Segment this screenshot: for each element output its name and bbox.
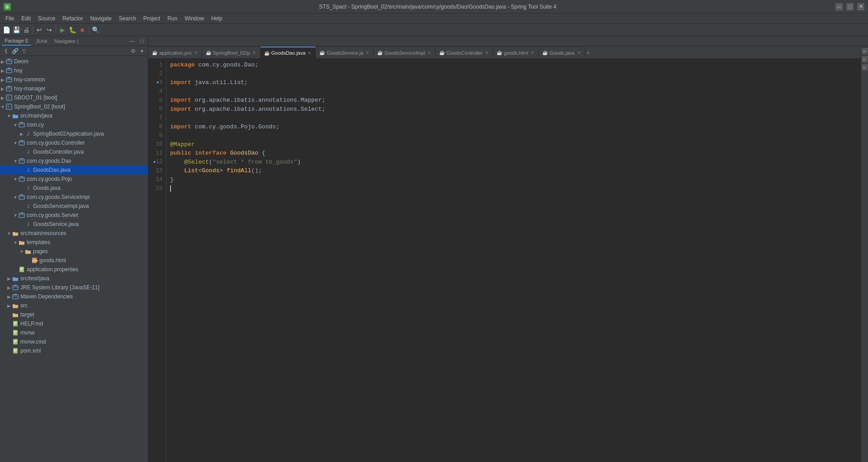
tab-close-button[interactable]: ✕: [484, 50, 489, 55]
editor-tab-tab-goods-html[interactable]: ☕ goods.html ✕: [493, 47, 539, 58]
menu-item-refactor[interactable]: Refactor: [59, 14, 86, 24]
tree-item-dao-pkg[interactable]: ▼ com.cy.goods.Dao: [0, 156, 148, 165]
tree-item-sboot01[interactable]: ▶ S SBOOT_01 [boot]: [0, 93, 148, 102]
sidebar-minimize-button[interactable]: —: [128, 37, 136, 45]
editor-tab-tab-goods-service[interactable]: ☕ GoodsService.ja ✕: [316, 47, 374, 58]
menu-item-search[interactable]: Search: [115, 14, 140, 24]
right-panel-btn-1[interactable]: ▸: [862, 48, 868, 54]
editor-tab-tab-goods-dao[interactable]: ☕ GoodsDao.java ✕: [261, 47, 316, 58]
window-controls[interactable]: ─ □ ✕: [835, 3, 864, 10]
tree-arrow[interactable]: ▼: [13, 195, 18, 200]
toolbar-btn-1[interactable]: 📄: [2, 25, 11, 34]
tree-item-app-properties[interactable]: application.properties: [0, 265, 148, 274]
tree-arrow[interactable]: ▼: [13, 159, 18, 164]
editor-tab-tab-app-pro[interactable]: ☕ application.pro ✕: [148, 47, 202, 58]
editor-tab-tab-goods-java[interactable]: ☕ Goods.java ✕: [539, 47, 585, 58]
stop-button[interactable]: ■: [78, 25, 87, 34]
tab-close-button[interactable]: ✕: [530, 50, 535, 55]
sidebar-viewmenu-button[interactable]: ▾: [138, 47, 146, 55]
tree-arrow[interactable]: ▶: [6, 294, 12, 299]
sidebar-maximize-button[interactable]: □: [138, 37, 146, 45]
tree-item-goods-pojo[interactable]: J Goods.java: [0, 184, 148, 193]
editor-tab-tab-goods-controller[interactable]: ☕ GoodsController ✕: [436, 47, 493, 58]
tree-arrow[interactable]: ▶: [0, 59, 5, 64]
minimize-button[interactable]: ─: [835, 3, 843, 10]
tree-item-servlet-pkg[interactable]: ▼ com.cy.goods.Servlet: [0, 211, 148, 220]
tree-arrow[interactable]: ▼: [19, 249, 24, 254]
tree-item-src-main-resources[interactable]: ▼ src/main/resources: [0, 229, 148, 238]
link-editor-button[interactable]: 🔗: [11, 47, 19, 55]
tree-item-jre-lib[interactable]: ▶ JRE System Library [JavaSE-11]: [0, 283, 148, 292]
tree-item-controller-pkg[interactable]: ▼ com.cy.goods.Controller: [0, 138, 148, 147]
menu-item-help[interactable]: Help: [208, 14, 226, 24]
tree-arrow[interactable]: ▶: [0, 77, 5, 82]
sidebar-settings-button[interactable]: ⚙: [129, 47, 137, 55]
tree-item-serviceimpl-pkg[interactable]: ▼ com.cy.goods.ServiceImpl: [0, 193, 148, 202]
tree-item-hsy-manager[interactable]: ▶ hsy-manager: [0, 84, 148, 93]
collapse-all-button[interactable]: ⟪: [2, 47, 10, 55]
tree-item-deom[interactable]: ▶ Deom: [0, 57, 148, 66]
code-content[interactable]: package com.cy.goods.Dao;import java.uti…: [166, 59, 861, 462]
tree-item-pom-xml[interactable]: pom.xml: [0, 346, 148, 355]
tree-arrow[interactable]: ▶: [0, 86, 5, 91]
menu-item-project[interactable]: Project: [140, 14, 164, 24]
tree-arrow[interactable]: ▼: [13, 141, 18, 146]
tab-close-button[interactable]: ✕: [365, 50, 370, 55]
tree-arrow[interactable]: ▶: [6, 285, 12, 290]
menu-item-file[interactable]: File: [2, 14, 18, 24]
run-button[interactable]: ▶: [58, 25, 67, 34]
tab-close-button[interactable]: ✕: [427, 50, 432, 55]
tree-item-hsy[interactable]: ▶ hsy: [0, 66, 148, 75]
tab-close-button[interactable]: ✕: [252, 50, 256, 55]
menu-item-run[interactable]: Run: [164, 14, 181, 24]
sidebar-tab-package-explorer[interactable]: Package E: [2, 37, 31, 46]
tree-item-mvnw-cmd[interactable]: mvnw.cmd: [0, 337, 148, 346]
tree-arrow[interactable]: ▼: [13, 123, 18, 127]
tree-item-goods-service[interactable]: J GoodsService.java: [0, 220, 148, 229]
debug-button[interactable]: 🐛: [68, 25, 77, 34]
toolbar-btn-5[interactable]: ↪: [45, 25, 54, 34]
menu-item-source[interactable]: Source: [34, 14, 59, 24]
tree-arrow[interactable]: ▶: [0, 68, 5, 73]
tree-arrow[interactable]: ▼: [0, 104, 5, 109]
tree-item-pages[interactable]: ▼ pages: [0, 247, 148, 256]
tree-arrow[interactable]: ▼: [13, 240, 18, 245]
tree-item-help-md[interactable]: HELP.md: [0, 319, 148, 328]
toolbar-btn-2[interactable]: 💾: [12, 25, 21, 34]
tree-item-target[interactable]: target: [0, 310, 148, 319]
tree-item-templates[interactable]: ▼ templates: [0, 238, 148, 247]
tree-item-maven-deps[interactable]: ▶ Maven Dependencies: [0, 292, 148, 301]
editor-tab-tab-goods-serviceimpl[interactable]: ☕ GoodsServiceImpl ✕: [374, 47, 436, 58]
toolbar-btn-3[interactable]: 🖨: [22, 25, 31, 34]
sidebar-tab-navigator[interactable]: Navigator (: [52, 37, 81, 46]
editor-tab-tab-sb02[interactable]: ☕ SpringBoot_02/p ✕: [202, 47, 261, 58]
tree-arrow[interactable]: ▶: [6, 303, 12, 308]
tree-arrow[interactable]: ▼: [13, 177, 18, 182]
tree-item-goods-serviceimpl[interactable]: J GoodsServiceImpl.java: [0, 202, 148, 211]
menu-item-edit[interactable]: Edit: [18, 14, 34, 24]
tree-item-goods-html[interactable]: HTML goods.html: [0, 256, 148, 265]
tab-close-button[interactable]: ✕: [307, 51, 312, 56]
tree-item-springboot02[interactable]: ▼ S SpringBoot_02 [boot]: [0, 102, 148, 111]
tree-item-goods-controller[interactable]: J GoodsController.java: [0, 147, 148, 156]
menu-item-window[interactable]: Window: [181, 14, 208, 24]
tree-item-src-test-java[interactable]: ▶ src/test/java: [0, 274, 148, 283]
tree-item-goods-dao[interactable]: J GoodsDao.java: [0, 165, 148, 174]
toolbar-btn-6[interactable]: 🔍: [91, 25, 100, 34]
tree-arrow[interactable]: ▶: [0, 95, 5, 100]
tree-arrow[interactable]: ▶: [19, 132, 24, 137]
close-button[interactable]: ✕: [857, 3, 864, 10]
maximize-button[interactable]: □: [846, 3, 854, 10]
sidebar-tab-junit[interactable]: JUnit: [33, 37, 50, 46]
tree-arrow[interactable]: ▼: [13, 213, 18, 218]
tree-item-com-cy[interactable]: ▼ com.cy: [0, 120, 148, 129]
tree-item-pojo-pkg[interactable]: ▼ com.cy.goods.Pojo: [0, 174, 148, 184]
tab-close-button[interactable]: ✕: [194, 50, 198, 55]
tree-item-hsy-common[interactable]: ▶ hsy-common: [0, 75, 148, 84]
more-tabs-button[interactable]: »: [585, 50, 592, 55]
tree-item-springboot02app[interactable]: ▶ J SpringBoot02Application.java: [0, 129, 148, 138]
tree-item-src-main-java[interactable]: ▼ src/main/java: [0, 111, 148, 120]
toolbar-btn-4[interactable]: ↩: [35, 25, 44, 34]
tree-arrow[interactable]: ▼: [6, 231, 12, 236]
tree-arrow[interactable]: ▼: [6, 113, 12, 118]
